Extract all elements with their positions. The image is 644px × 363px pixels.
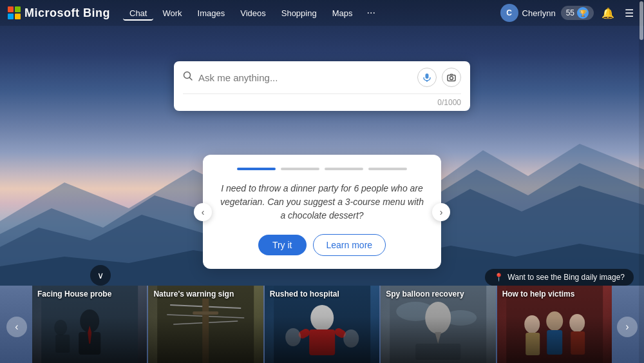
news-card-1[interactable]: Facing House probe bbox=[32, 286, 147, 363]
scrollbar[interactable] bbox=[639, 0, 644, 363]
news-prev-icon: ‹ bbox=[15, 321, 18, 333]
logo-sq-blue bbox=[8, 14, 14, 19]
news-prev-button[interactable]: ‹ bbox=[6, 317, 27, 337]
search-input[interactable] bbox=[198, 72, 412, 83]
search-actions bbox=[417, 68, 461, 87]
daily-image-banner[interactable]: 📍 Want to see the Bing daily image? bbox=[485, 269, 634, 286]
char-count: 0/1000 bbox=[437, 98, 461, 107]
brand-name: Microsoft Bing bbox=[24, 6, 110, 20]
news-next-icon: › bbox=[625, 321, 629, 333]
news-strip: Facing House probe Nature's warning sign bbox=[0, 286, 644, 363]
search-container: 0/1000 bbox=[174, 61, 470, 111]
camera-button[interactable] bbox=[442, 68, 461, 87]
reward-icon: 🏆 bbox=[577, 7, 589, 19]
logo-sq-green bbox=[15, 6, 21, 12]
news-card-4-title: Spy balloon recovery bbox=[386, 289, 490, 300]
search-icon bbox=[183, 71, 193, 84]
search-footer: 0/1000 bbox=[174, 94, 470, 111]
nav-links: Chat Work Images Videos Shopping Maps ··… bbox=[123, 5, 500, 21]
nav-link-work[interactable]: Work bbox=[156, 6, 188, 21]
try-it-button[interactable]: Try it bbox=[258, 235, 307, 255]
user-profile[interactable]: C Cherlynn bbox=[500, 4, 556, 22]
svg-rect-6 bbox=[426, 74, 429, 79]
suggestion-text: I need to throw a dinner party for 6 peo… bbox=[218, 182, 426, 222]
microsoft-logo-icon bbox=[8, 6, 21, 19]
logo-sq-red bbox=[8, 6, 14, 12]
chevron-down-icon: ∨ bbox=[97, 270, 104, 280]
menu-button[interactable]: ☰ bbox=[622, 5, 636, 22]
news-card-3-title: Rushed to hospital bbox=[270, 289, 374, 300]
nav-link-shopping[interactable]: Shopping bbox=[275, 6, 323, 21]
avatar: C bbox=[500, 4, 518, 22]
progress-dot-1 bbox=[237, 168, 276, 170]
nav-right: C Cherlynn 55 🏆 🔔 ☰ bbox=[500, 4, 636, 22]
user-name: Cherlynn bbox=[522, 8, 556, 18]
nav-link-images[interactable]: Images bbox=[191, 6, 232, 21]
news-card-5[interactable]: How to help victims bbox=[497, 286, 612, 363]
svg-point-9 bbox=[450, 77, 453, 80]
chevron-left-icon: ‹ bbox=[202, 207, 205, 217]
collapse-button[interactable]: ∨ bbox=[90, 265, 111, 286]
navbar: Microsoft Bing Chat Work Images Videos S… bbox=[0, 0, 644, 26]
news-card-1-title: Facing House probe bbox=[37, 289, 142, 300]
learn-more-button[interactable]: Learn more bbox=[313, 234, 386, 256]
scrollbar-thumb[interactable] bbox=[639, 1, 643, 40]
search-box: 0/1000 bbox=[174, 61, 470, 111]
progress-dot-2 bbox=[281, 168, 319, 170]
news-card-2-title: Nature's warning sign bbox=[153, 289, 258, 300]
nav-link-chat[interactable]: Chat bbox=[123, 6, 153, 21]
chevron-right-icon: › bbox=[440, 207, 443, 217]
nav-link-maps[interactable]: Maps bbox=[326, 6, 359, 21]
news-card-4[interactable]: Spy balloon recovery bbox=[381, 286, 495, 363]
location-icon: 📍 bbox=[494, 273, 504, 282]
news-card-2[interactable]: Nature's warning sign bbox=[148, 286, 263, 363]
card-prev-button[interactable]: ‹ bbox=[194, 203, 212, 221]
points-badge[interactable]: 55 🏆 bbox=[561, 6, 594, 20]
progress-dot-4 bbox=[368, 168, 407, 170]
news-next-button[interactable]: › bbox=[617, 317, 638, 337]
daily-image-label: Want to see the Bing daily image? bbox=[507, 273, 625, 282]
progress-dot-3 bbox=[325, 168, 363, 170]
logo-sq-yellow bbox=[15, 14, 21, 19]
suggestion-card: ‹ › I need to throw a dinner party for 6… bbox=[203, 155, 441, 269]
mic-button[interactable] bbox=[417, 68, 437, 87]
nav-link-videos[interactable]: Videos bbox=[234, 6, 272, 21]
search-input-row bbox=[174, 61, 470, 93]
points-value: 55 bbox=[566, 8, 574, 17]
svg-line-5 bbox=[190, 78, 193, 81]
suggestion-actions: Try it Learn more bbox=[218, 234, 426, 256]
nav-more-button[interactable]: ··· bbox=[361, 5, 380, 21]
card-next-button[interactable]: › bbox=[432, 203, 450, 221]
news-card-3[interactable]: Rushed to hospital bbox=[265, 286, 379, 363]
nav-logo[interactable]: Microsoft Bing bbox=[8, 6, 110, 20]
news-card-5-title: How to help victims bbox=[502, 289, 607, 300]
bell-icon: 🔔 bbox=[601, 7, 614, 19]
hamburger-icon: ☰ bbox=[625, 7, 634, 19]
notifications-button[interactable]: 🔔 bbox=[599, 5, 617, 22]
progress-indicator bbox=[218, 168, 426, 170]
